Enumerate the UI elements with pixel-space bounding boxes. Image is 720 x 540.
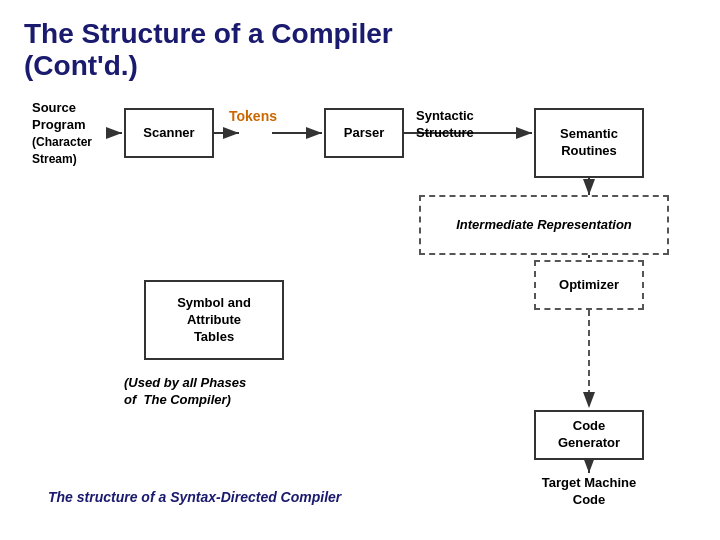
optimizer-box: Optimizer xyxy=(534,260,644,310)
title-line2: (Cont'd.) xyxy=(24,50,138,81)
footer-label: The structure of a Syntax-Directed Compi… xyxy=(48,489,341,505)
syntactic-structure-label: SyntacticStructure xyxy=(416,108,474,142)
semantic-routines-label: Semantic Routines xyxy=(560,126,618,160)
diagram-area: SourceProgram(CharacterStream) Scanner T… xyxy=(24,100,696,520)
optimizer-label: Optimizer xyxy=(559,277,619,294)
parser-box: Parser xyxy=(324,108,404,158)
scanner-label: Scanner xyxy=(143,125,194,142)
code-generator-label: Code Generator xyxy=(542,418,636,452)
used-by-phases-label: (Used by all Phasesof The Compiler) xyxy=(124,375,246,409)
slide-title: The Structure of a Compiler (Cont'd.) xyxy=(24,18,696,82)
slide: The Structure of a Compiler (Cont'd.) xyxy=(0,0,720,540)
symbol-tables-label: Symbol and Attribute Tables xyxy=(177,295,251,346)
semantic-routines-box: Semantic Routines xyxy=(534,108,644,178)
code-generator-box: Code Generator xyxy=(534,410,644,460)
tokens-label: Tokens xyxy=(229,108,277,124)
title-line1: The Structure of a Compiler xyxy=(24,18,393,49)
intermediate-representation-box: Intermediate Representation xyxy=(419,195,669,255)
target-machine-code-label: Target Machine Code xyxy=(534,475,644,509)
source-program-label: SourceProgram(CharacterStream) xyxy=(32,100,92,168)
intermediate-label: Intermediate Representation xyxy=(456,217,632,234)
scanner-box: Scanner xyxy=(124,108,214,158)
symbol-attribute-tables-box: Symbol and Attribute Tables xyxy=(144,280,284,360)
parser-label: Parser xyxy=(344,125,384,142)
